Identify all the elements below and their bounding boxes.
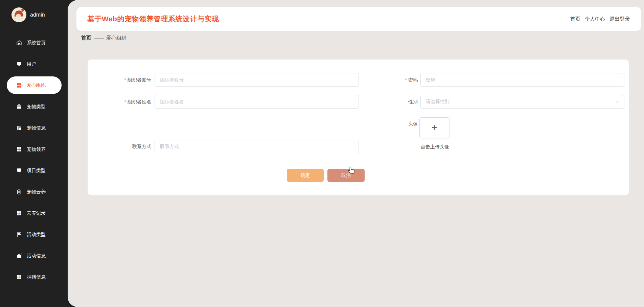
sidebar-menu: 系统首页 用户 爱心组织	[0, 32, 68, 288]
cancel-button[interactable]: 取消	[327, 169, 365, 182]
nav-link-home[interactable]: 首页	[570, 16, 580, 22]
bag-icon	[16, 253, 22, 259]
header-nav: 首页 个人中心 退出登录	[570, 16, 630, 22]
sidebar-item-activity-info[interactable]: 活动信息	[0, 245, 68, 266]
grid-icon	[16, 210, 22, 216]
sidebar-item-pet-info[interactable]: 宠物信息	[0, 117, 68, 139]
user-avatar	[12, 7, 26, 22]
gender-label: 性别	[353, 99, 418, 105]
breadcrumb-separator: ——	[94, 35, 103, 41]
account-label: *组织者账号	[88, 77, 151, 83]
breadcrumb-current: 爱心组织	[106, 35, 127, 41]
sidebar-item-label: 宠物类型	[27, 104, 46, 110]
sidebar-item-project-type[interactable]: 项目类型	[0, 160, 68, 181]
sidebar-item-pet-adoption[interactable]: 宠物领养	[0, 139, 68, 160]
monitor-icon	[16, 61, 22, 67]
password-label: *密码	[353, 77, 418, 83]
username: admin	[30, 12, 45, 18]
sidebar-item-activity-type[interactable]: 活动类型	[0, 224, 68, 245]
nav-link-logout[interactable]: 退出登录	[610, 16, 630, 22]
required-mark: *	[124, 99, 126, 104]
sidebar-item-label: 系统首页	[27, 40, 46, 46]
contact-label: 联系方式	[88, 144, 151, 150]
grid-icon	[16, 146, 22, 152]
sidebar-item-pet-type[interactable]: 宠物类型	[0, 96, 68, 117]
account-input[interactable]	[155, 73, 359, 87]
notebook-icon	[16, 125, 22, 131]
breadcrumb: 首页 —— 爱心组织	[81, 35, 127, 41]
page-title: 基于Web的宠物领养管理系统设计与实现	[87, 14, 219, 24]
grid-icon	[16, 82, 22, 88]
sidebar-item-system-home[interactable]: 系统首页	[0, 32, 68, 53]
confirm-button[interactable]: 确定	[287, 169, 324, 182]
chevron-down-icon	[615, 100, 619, 104]
grid-icon	[16, 274, 22, 280]
user-profile: admin	[12, 7, 45, 22]
avatar-label: 头像	[353, 121, 418, 127]
sidebar-item-label: 宠物领养	[27, 146, 46, 152]
nav-link-profile-center[interactable]: 个人中心	[585, 16, 605, 22]
required-mark: *	[124, 77, 126, 82]
sidebar-item-label: 云养记录	[27, 210, 46, 216]
sidebar-item-label: 爱心组织	[27, 82, 46, 88]
password-input[interactable]	[420, 73, 624, 87]
sidebar-item-cloud-care-records[interactable]: 云养记录	[0, 203, 68, 224]
main-area: 基于Web的宠物领养管理系统设计与实现 首页 个人中心 退出登录 首页 —— 爱…	[68, 0, 644, 307]
sidebar-item-label: 捐赠信息	[27, 274, 46, 280]
sidebar: admin 系统首页 用户 爱心组织	[0, 0, 68, 307]
organizer-name-input[interactable]	[155, 95, 359, 109]
sidebar-item-label: 活动类型	[27, 232, 46, 238]
breadcrumb-root[interactable]: 首页	[81, 35, 91, 41]
home-icon	[16, 40, 22, 46]
chat-icon	[16, 168, 22, 173]
form-card: *组织者账号 *密码 *组织者姓名 性别 请选择性别	[88, 60, 629, 195]
sidebar-item-label: 宠物信息	[27, 125, 46, 131]
sidebar-item-label: 活动信息	[27, 253, 46, 259]
avatar-upload-box[interactable]: +	[419, 117, 450, 138]
sidebar-item-donation-info[interactable]: 捐赠信息	[0, 266, 68, 288]
required-mark: *	[405, 77, 407, 82]
avatar-upload-hint: 点击上传头像	[411, 144, 459, 150]
sidebar-item-label: 宠物云养	[27, 189, 46, 195]
gender-select[interactable]: 请选择性别	[420, 95, 624, 109]
sidebar-item-label: 项目类型	[27, 168, 46, 174]
contact-input[interactable]	[155, 140, 359, 153]
sidebar-item-charity-org[interactable]: 爱心组织	[7, 76, 62, 94]
plus-icon: +	[432, 122, 438, 133]
organizer-name-label: *组织者姓名	[88, 99, 151, 105]
gender-select-placeholder: 请选择性别	[426, 99, 450, 105]
avatar-image	[12, 7, 26, 22]
sidebar-item-pet-cloud-care[interactable]: 宠物云养	[0, 181, 68, 203]
suitcase-icon	[16, 104, 22, 110]
clipboard-icon	[16, 189, 22, 195]
sidebar-item-users[interactable]: 用户	[0, 53, 68, 75]
app-window: admin 系统首页 用户 爱心组织	[0, 0, 644, 307]
top-header: 基于Web的宠物领养管理系统设计与实现 首页 个人中心 退出登录	[76, 7, 641, 31]
sidebar-item-label: 用户	[27, 61, 36, 67]
flag-icon	[16, 232, 22, 237]
